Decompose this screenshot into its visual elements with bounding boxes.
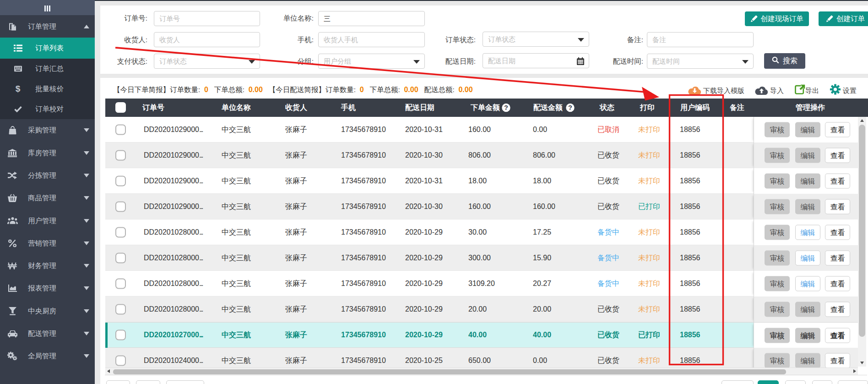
svg-text:?: ? bbox=[568, 104, 572, 111]
svg-text:?: ? bbox=[504, 104, 508, 111]
